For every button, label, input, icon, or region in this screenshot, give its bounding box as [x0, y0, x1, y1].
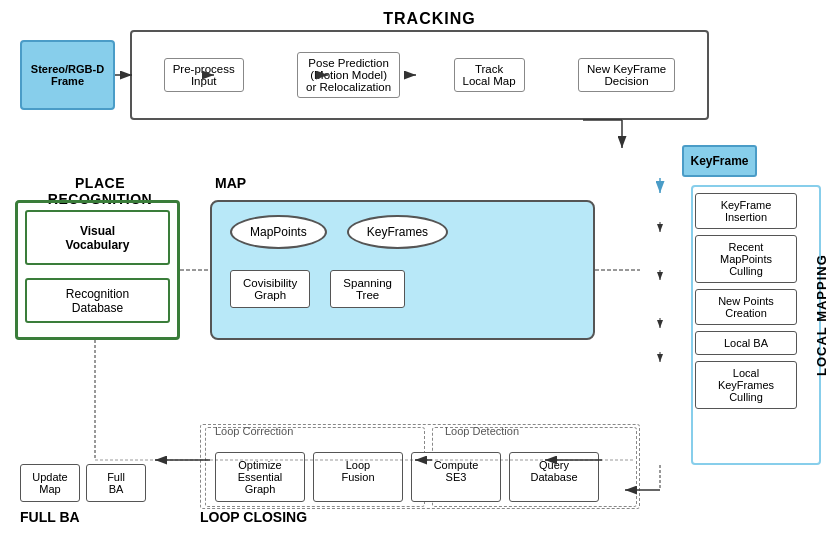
- loop-fusion-box: LoopFusion: [313, 452, 403, 502]
- covisibility-graph-box: CovisibilityGraph: [230, 270, 310, 308]
- local-mapping-items: KeyFrameInsertion RecentMapPointsCulling…: [691, 185, 801, 417]
- tracking-label: TRACKING: [160, 10, 699, 28]
- full-ba-items: UpdateMap FullBA: [20, 464, 146, 502]
- lm-recent-mappoints-culling: RecentMapPointsCulling: [695, 235, 797, 283]
- map-row2: CovisibilityGraph SpanningTree: [230, 270, 405, 308]
- visual-vocabulary-box: VisualVocabulary: [25, 210, 170, 265]
- loop-detection-label: Loop Detection: [445, 425, 519, 437]
- loop-correction-label: Loop Correction: [215, 425, 293, 437]
- loop-closing-label: LOOP CLOSING: [200, 509, 307, 525]
- lm-local-keyframes-culling: LocalKeyFramesCulling: [695, 361, 797, 409]
- recognition-database-box: RecognitionDatabase: [25, 278, 170, 323]
- stereo-frame-label: Stereo/RGB-D Frame: [31, 63, 104, 87]
- stereo-frame-box: Stereo/RGB-D Frame: [20, 40, 115, 110]
- mappoints-oval: MapPoints: [230, 215, 327, 249]
- lm-keyframe-insertion: KeyFrameInsertion: [695, 193, 797, 229]
- loop-items: OptimizeEssentialGraph LoopFusion Comput…: [215, 452, 599, 502]
- optimize-essential-graph-box: OptimizeEssentialGraph: [215, 452, 305, 502]
- new-keyframe-box: New KeyFrameDecision: [578, 58, 675, 92]
- full-ba-label: FULL BA: [20, 509, 80, 525]
- compute-se3-box: ComputeSE3: [411, 452, 501, 502]
- query-database-box: QueryDatabase: [509, 452, 599, 502]
- local-mapping-label: LOCAL MAPPING: [814, 185, 829, 445]
- spanning-tree-box: SpanningTree: [330, 270, 405, 308]
- diagram: TRACKING Stereo/RGB-D Frame Pre-processI…: [0, 0, 839, 537]
- keyframe-box: KeyFrame: [682, 145, 757, 177]
- tracking-outer-box: Pre-processInput Pose Prediction(Motion …: [130, 30, 709, 120]
- map-row1: MapPoints KeyFrames: [230, 215, 448, 249]
- update-map-box: UpdateMap: [20, 464, 80, 502]
- map-label: MAP: [215, 175, 246, 191]
- full-ba-box: FullBA: [86, 464, 146, 502]
- track-local-map-box: TrackLocal Map: [454, 58, 525, 92]
- pose-prediction-box: Pose Prediction(Motion Model)or Relocali…: [297, 52, 400, 98]
- lm-new-points-creation: New PointsCreation: [695, 289, 797, 325]
- preprocess-box: Pre-processInput: [164, 58, 244, 92]
- lm-local-ba: Local BA: [695, 331, 797, 355]
- keyframes-oval: KeyFrames: [347, 215, 448, 249]
